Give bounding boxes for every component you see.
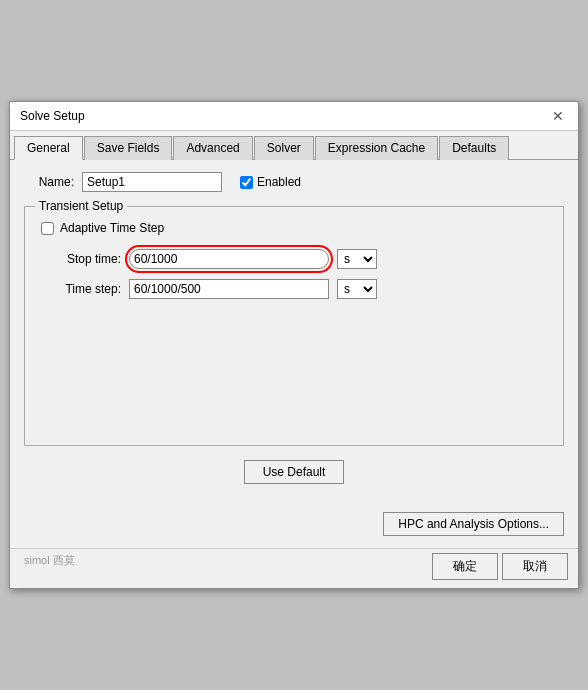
enabled-row: Enabled <box>240 175 301 189</box>
main-content: Name: Enabled Transient Setup Adaptive T… <box>10 160 578 506</box>
name-input[interactable] <box>82 172 222 192</box>
tab-save-fields[interactable]: Save Fields <box>84 136 173 160</box>
use-default-row: Use Default <box>24 460 564 484</box>
adaptive-time-step-label: Adaptive Time Step <box>60 221 164 235</box>
stop-time-unit-select[interactable]: s ms us ns <box>337 249 377 269</box>
solve-setup-dialog: Solve Setup ✕ General Save Fields Advanc… <box>9 101 579 589</box>
footer-area: simol 西莫 确定 取消 <box>10 548 578 588</box>
adaptive-time-step-checkbox[interactable] <box>41 222 54 235</box>
enabled-label: Enabled <box>257 175 301 189</box>
stop-time-input[interactable] <box>129 249 329 269</box>
time-step-input[interactable] <box>129 279 329 299</box>
time-step-unit-select[interactable]: s ms us ns <box>337 279 377 299</box>
title-bar: Solve Setup ✕ <box>10 102 578 131</box>
spacer <box>41 309 547 429</box>
ok-button[interactable]: 确定 <box>432 553 498 580</box>
close-button[interactable]: ✕ <box>548 108 568 124</box>
stop-time-label: Stop time: <box>41 252 121 266</box>
watermark: simol 西莫 <box>20 553 75 580</box>
hpc-row: HPC and Analysis Options... <box>10 506 578 548</box>
name-label: Name: <box>24 175 74 189</box>
cancel-button[interactable]: 取消 <box>502 553 568 580</box>
name-row: Name: Enabled <box>24 172 564 192</box>
use-default-button[interactable]: Use Default <box>244 460 345 484</box>
tab-general[interactable]: General <box>14 136 83 160</box>
time-step-row: Time step: s ms us ns <box>41 279 547 299</box>
tab-solver[interactable]: Solver <box>254 136 314 160</box>
stop-time-row: Stop time: s ms us ns <box>41 249 547 269</box>
enabled-checkbox[interactable] <box>240 176 253 189</box>
ok-cancel-row: simol 西莫 确定 取消 <box>10 548 578 588</box>
hpc-options-button[interactable]: HPC and Analysis Options... <box>383 512 564 536</box>
tab-expression-cache[interactable]: Expression Cache <box>315 136 438 160</box>
tab-bar: General Save Fields Advanced Solver Expr… <box>10 131 578 160</box>
tab-defaults[interactable]: Defaults <box>439 136 509 160</box>
dialog-title: Solve Setup <box>20 109 85 123</box>
tab-advanced[interactable]: Advanced <box>173 136 252 160</box>
group-title: Transient Setup <box>35 199 127 213</box>
adaptive-time-step-row: Adaptive Time Step <box>41 221 547 235</box>
transient-setup-group: Transient Setup Adaptive Time Step Stop … <box>24 206 564 446</box>
time-step-label: Time step: <box>41 282 121 296</box>
